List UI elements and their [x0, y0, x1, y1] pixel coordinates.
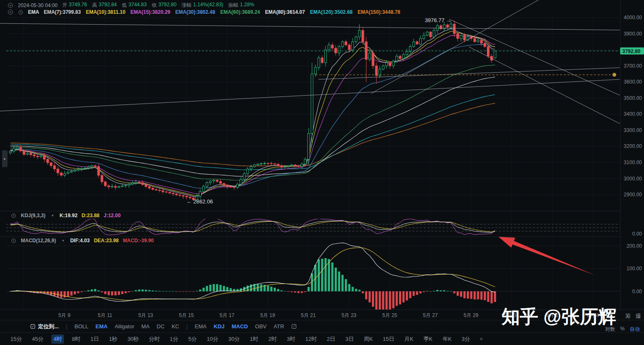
- scale-option[interactable]: 自动: [630, 326, 640, 333]
- timeframe-月K[interactable]: 月K: [402, 335, 416, 344]
- indicator-button-obv[interactable]: OBV: [255, 323, 266, 330]
- close-icon[interactable]: ×: [480, 336, 483, 342]
- ohlc-value: 1.28%: [240, 2, 254, 9]
- indicator-button-ema[interactable]: EMA: [195, 323, 206, 330]
- macd-bar: [480, 292, 482, 300]
- candle: [392, 61, 395, 66]
- timeframe-季K[interactable]: 季K: [421, 335, 435, 344]
- timeframe-3时[interactable]: 3时: [285, 335, 297, 344]
- candle: [209, 181, 211, 183]
- candle: [223, 183, 225, 185]
- macd-value: DEA:23.98: [94, 238, 119, 244]
- timeframe-1时[interactable]: 1时: [248, 335, 260, 344]
- indicator-button-ema[interactable]: EMA: [95, 323, 107, 330]
- candle: [379, 69, 381, 75]
- macd-bar: [67, 292, 69, 297]
- timeframe-3分[interactable]: 3分: [460, 335, 472, 344]
- timeframe-2日[interactable]: 2日: [325, 335, 337, 344]
- candle: [433, 30, 435, 37]
- candle: [60, 173, 62, 175]
- macd-bar: [298, 292, 300, 293]
- price-tick-label: 4000.00: [624, 15, 642, 20]
- macd-bar: [453, 292, 456, 294]
- chevron-down-icon[interactable]: ▼: [61, 239, 65, 243]
- candle: [186, 196, 188, 197]
- alert-dot[interactable]: [613, 73, 616, 77]
- collapse-chevron-icon[interactable]: [8, 3, 13, 8]
- indicator-button-boll[interactable]: BOLL: [74, 323, 88, 330]
- timeframe-30分[interactable]: 30分: [226, 335, 242, 344]
- locate-button[interactable]: 定位到...: [30, 323, 59, 330]
- macd-bar: [375, 292, 377, 311]
- candle: [158, 190, 160, 190]
- candle: [26, 153, 28, 155]
- indicator-button-kdj[interactable]: KDJ: [214, 323, 224, 330]
- timeframe-年K[interactable]: 年K: [440, 335, 454, 344]
- timeframe-30秒[interactable]: 30秒: [125, 335, 141, 344]
- indicator-button-atr[interactable]: ATR: [274, 323, 284, 330]
- indicator-button-kc[interactable]: KC: [172, 323, 179, 330]
- macd-bar: [162, 291, 164, 292]
- chevron-down-icon[interactable]: ▼: [51, 214, 54, 218]
- indicator-button-dc[interactable]: DC: [157, 323, 165, 330]
- candle: [402, 55, 405, 59]
- candle: [148, 187, 150, 188]
- alert-clock-icon[interactable]: [11, 238, 16, 244]
- timeframe-分时[interactable]: 分时: [147, 335, 162, 344]
- panel-expander[interactable]: ▸: [2, 150, 8, 167]
- indicator-button-macd[interactable]: MACD: [232, 323, 248, 330]
- timeframe-15分[interactable]: 15分: [8, 335, 24, 344]
- candle: [362, 30, 364, 42]
- kdj-value: J:12.00: [104, 213, 121, 218]
- macd-bar: [81, 292, 83, 292]
- timeframe-12时[interactable]: 12时: [303, 335, 318, 344]
- candle: [477, 40, 479, 42]
- timeframe-1日[interactable]: 1日: [88, 335, 101, 344]
- timeframe-4时[interactable]: 4时: [51, 335, 64, 344]
- timeframe-2时[interactable]: 2时: [266, 335, 279, 344]
- candle: [57, 169, 59, 173]
- indicator-button-ma[interactable]: MA: [141, 323, 150, 330]
- side-tool-label[interactable]: 筹: [625, 312, 631, 320]
- macd-bar: [412, 292, 415, 296]
- edit-indicator-icon[interactable]: [291, 324, 297, 329]
- macd-bar: [446, 291, 448, 292]
- candle: [74, 170, 76, 171]
- candle: [308, 134, 310, 160]
- candle: [162, 190, 164, 192]
- timeframe-45分[interactable]: 45分: [30, 335, 45, 344]
- candle: [419, 38, 421, 44]
- chart-canvas[interactable]: 3976.77 →← 2862.064000.003900.003700.003…: [0, 0, 644, 320]
- candle: [111, 186, 113, 187]
- macd-bar: [351, 287, 354, 292]
- timeframe-8时[interactable]: 8时: [70, 335, 82, 344]
- side-tool-label[interactable]: 爆: [636, 312, 641, 320]
- candle: [348, 45, 350, 50]
- price-tick-label: 3100.00: [624, 160, 642, 165]
- date-tick-label: 5月 9: [59, 312, 71, 318]
- timeframe-周K[interactable]: 周K: [361, 335, 375, 344]
- macd-bar: [345, 279, 347, 291]
- macd-tick-label: 200.00: [626, 243, 642, 249]
- indicator-button-alligator[interactable]: Alligator: [115, 323, 134, 330]
- macd-bar: [199, 289, 201, 291]
- candle: [240, 179, 242, 184]
- candle: [108, 186, 110, 187]
- macd-bar: [97, 290, 99, 291]
- alert-clock-icon[interactable]: [11, 213, 16, 218]
- macd-bar: [104, 292, 106, 294]
- collapse-chevron-icon[interactable]: [8, 9, 13, 15]
- timeframe-1分[interactable]: 1分: [168, 335, 180, 344]
- ohlc-label: 涨幅: [181, 2, 191, 9]
- timeframe-3日[interactable]: 3日: [343, 335, 356, 344]
- kdj-name: KDJ(9,3,3): [21, 213, 46, 218]
- timeframe-5分[interactable]: 5分: [186, 335, 199, 344]
- timeframe-10分[interactable]: 10分: [205, 335, 220, 344]
- timeframe-1秒[interactable]: 1秒: [107, 335, 120, 344]
- macd-bar: [341, 275, 344, 291]
- alert-clock-icon[interactable]: [18, 10, 23, 15]
- macd-bar: [406, 292, 408, 301]
- candle: [416, 42, 418, 44]
- timeframe-15日[interactable]: 15日: [381, 335, 396, 344]
- scale-option[interactable]: %: [620, 326, 625, 333]
